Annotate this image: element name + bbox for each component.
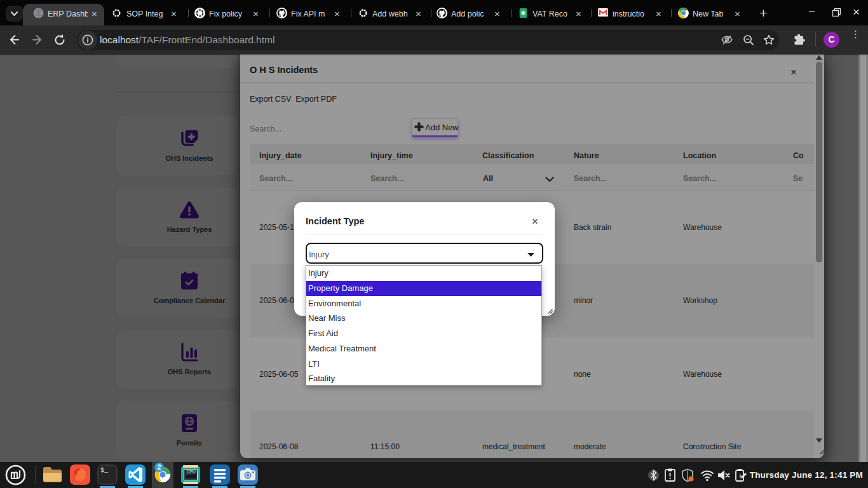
svg-text:$_: $_: [100, 467, 109, 474]
svg-text:CPU: CPU: [187, 470, 196, 474]
